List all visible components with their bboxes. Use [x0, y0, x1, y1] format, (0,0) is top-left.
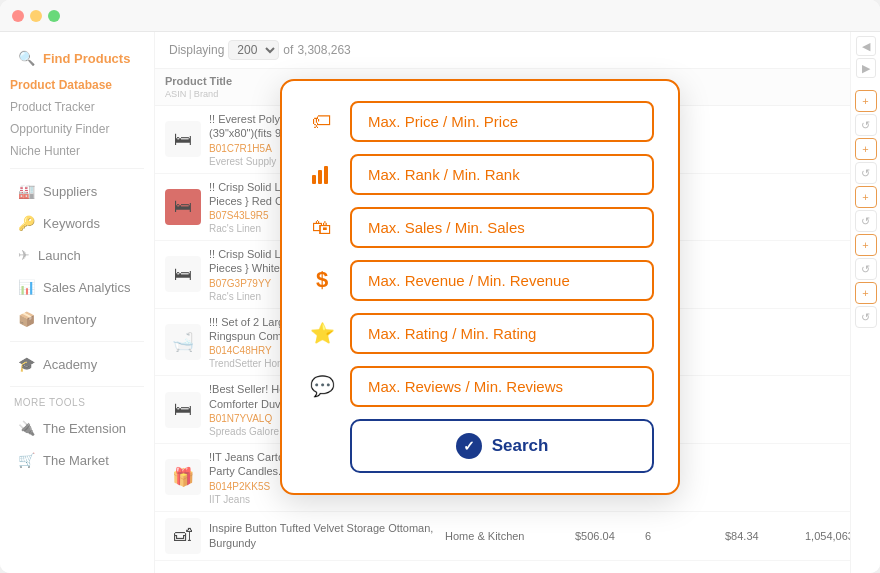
price-filter-button[interactable]: Max. Price / Min. Price — [350, 101, 654, 142]
search-button[interactable]: ✓ Search — [350, 419, 654, 473]
rating-star-icon: ⭐ — [306, 317, 338, 349]
rank-chart-icon — [306, 158, 338, 190]
filter-panel: 🏷 Max. Price / Min. Price Max. Rank / Mi… — [280, 79, 680, 495]
revenue-dollar-icon: $ — [306, 264, 338, 296]
reviews-filter-button[interactable]: Max. Reviews / Min. Reviews — [350, 366, 654, 407]
filter-overlay: 🏷 Max. Price / Min. Price Max. Rank / Mi… — [0, 32, 880, 573]
filter-row-rank: Max. Rank / Min. Rank — [306, 154, 654, 195]
sales-bag-icon: 🛍 — [306, 211, 338, 243]
filter-row-sales: 🛍 Max. Sales / Min. Sales — [306, 207, 654, 248]
rank-filter-button[interactable]: Max. Rank / Min. Rank — [350, 154, 654, 195]
filter-row-reviews: 💬 Max. Reviews / Min. Reviews — [306, 366, 654, 407]
price-tag-icon: 🏷 — [306, 105, 338, 137]
checkmark-icon: ✓ — [456, 433, 482, 459]
rating-filter-button[interactable]: Max. Rating / Min. Rating — [350, 313, 654, 354]
filter-row-price: 🏷 Max. Price / Min. Price — [306, 101, 654, 142]
app-body: 🔍 Find Products Product Database Product… — [0, 32, 880, 573]
app-window: 🔍 Find Products Product Database Product… — [0, 0, 880, 573]
search-row: ✓ Search — [306, 419, 654, 473]
svg-rect-0 — [312, 175, 316, 184]
reviews-chat-icon: 💬 — [306, 370, 338, 402]
sales-filter-button[interactable]: Max. Sales / Min. Sales — [350, 207, 654, 248]
filter-row-revenue: $ Max. Revenue / Min. Revenue — [306, 260, 654, 301]
filter-row-rating: ⭐ Max. Rating / Min. Rating — [306, 313, 654, 354]
revenue-filter-button[interactable]: Max. Revenue / Min. Revenue — [350, 260, 654, 301]
search-button-label: Search — [492, 436, 549, 456]
svg-rect-2 — [324, 166, 328, 184]
svg-rect-1 — [318, 170, 322, 184]
